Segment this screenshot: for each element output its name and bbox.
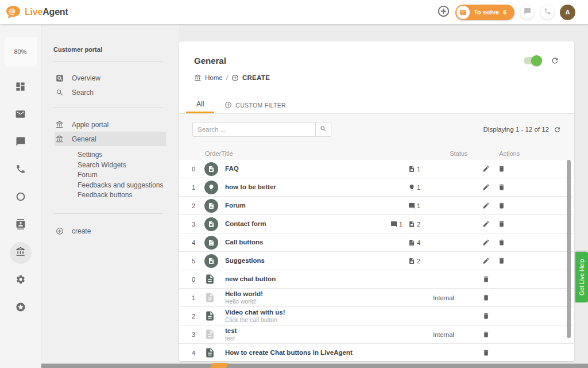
category-article-icon [204, 217, 218, 231]
category-article-icon [204, 254, 218, 268]
divider [53, 108, 163, 108]
rail-item-configuration[interactable] [10, 274, 32, 288]
table-row[interactable]: 0 new chat button [179, 270, 574, 289]
edit-button[interactable] [482, 183, 490, 191]
rail-item-starred[interactable] [10, 301, 32, 315]
chat-button[interactable] [520, 5, 535, 20]
breadcrumb-create[interactable]: CREATE [242, 74, 270, 81]
row-order: 0 [192, 276, 204, 283]
chat-bubble-icon [16, 136, 26, 149]
delete-button[interactable] [498, 257, 505, 264]
rail-item-calls[interactable] [10, 163, 32, 177]
sidebar-item-search-widgets[interactable]: Search Widgets [41, 160, 179, 171]
refresh-list-button[interactable] [554, 126, 561, 133]
row-title[interactable]: Forum [225, 202, 372, 209]
search-submit-button[interactable] [316, 122, 331, 137]
row-subtitle: Click the call button [225, 316, 372, 323]
sidebar-item-general[interactable]: General [55, 132, 166, 146]
get-live-help-button[interactable]: Get Live Help [575, 252, 588, 302]
sidebar-item-forum[interactable]: Forum [41, 170, 179, 181]
tab-all[interactable]: All [186, 97, 214, 113]
delete-button[interactable] [498, 202, 505, 209]
breadcrumb: Home / CREATE [194, 74, 559, 82]
phone-icon [16, 164, 26, 177]
row-title[interactable]: new chat button [225, 275, 372, 283]
sidebar-item-apple-portal[interactable]: Apple portal [41, 117, 179, 132]
table-row[interactable]: 2 Video chat with us! Click the call but… [179, 307, 574, 325]
sidebar-item-settings[interactable]: Settings [41, 150, 179, 160]
column-header-actions: Actions [488, 150, 561, 157]
sidebar-item-search[interactable]: Search [41, 85, 179, 99]
row-title[interactable]: Contact form [225, 220, 372, 228]
row-title[interactable]: Hello world! [225, 290, 372, 298]
badge-count: 1 [417, 202, 420, 209]
row-title[interactable]: How to create Chat buttons in LiveAgent [225, 349, 372, 356]
plus-circle-icon [437, 5, 450, 20]
delete-button[interactable] [482, 331, 490, 338]
row-title[interactable]: FAQ [225, 165, 372, 172]
delete-button[interactable] [482, 312, 490, 320]
row-title[interactable]: Call buttons [225, 239, 372, 246]
delete-button[interactable] [482, 349, 490, 356]
table-row[interactable]: 4 How to create Chat buttons in LiveAgen… [179, 344, 574, 361]
utilization-badge[interactable]: 80% [5, 37, 37, 67]
table-row[interactable]: 3 test test Internal [179, 325, 574, 344]
column-header-order: Order [205, 150, 221, 157]
comment-count-badge: 1 [390, 221, 403, 228]
tab-custom-filter[interactable]: CUSTOM FILTER [214, 97, 296, 113]
phone-icon [544, 7, 551, 17]
refresh-button[interactable] [551, 56, 559, 65]
delete-button[interactable] [498, 239, 505, 246]
sidebar-item-overview[interactable]: Overview [41, 71, 179, 85]
rail-item-customers[interactable] [10, 218, 32, 232]
edit-button[interactable] [482, 220, 490, 228]
rail-item-chats[interactable] [10, 136, 32, 150]
edit-button[interactable] [482, 202, 490, 209]
to-solve-button[interactable]: To solve 6 [455, 5, 514, 20]
table-row[interactable]: 1 how to be better 1 [179, 178, 574, 197]
table-row[interactable]: 4 Call buttons 4 [179, 233, 574, 252]
portal-enabled-toggle[interactable] [524, 57, 541, 64]
table-row[interactable]: 3 Contact form 1 2 [179, 215, 574, 233]
call-button[interactable] [540, 5, 555, 20]
table-scrollbar[interactable] [567, 160, 571, 338]
divider [53, 61, 163, 62]
rail-item-tickets[interactable] [10, 108, 32, 122]
delete-button[interactable] [498, 165, 505, 172]
row-title[interactable]: Video chat with us! [225, 309, 372, 316]
rail-item-social[interactable] [10, 191, 32, 205]
edit-button[interactable] [482, 239, 490, 246]
article-count-badge: 2 [408, 258, 420, 264]
row-title[interactable]: Suggestions [225, 257, 372, 264]
table-row[interactable]: 1 Hello world! Hello world! Internal [179, 289, 574, 307]
portal-bank-icon [56, 135, 64, 143]
rail-item-dashboard[interactable] [10, 80, 32, 94]
rail-item-customer-portal[interactable] [10, 242, 32, 264]
sidebar-item-feedback-buttons[interactable]: Feedback buttons [41, 190, 179, 201]
star-circle-icon [16, 302, 26, 315]
app-window: @ LiveAgent To solve 6 A 80% [0, 0, 588, 368]
row-title[interactable]: how to be better [225, 183, 372, 191]
add-new-button[interactable] [436, 5, 450, 19]
delete-button[interactable] [482, 294, 490, 301]
delete-button[interactable] [498, 220, 505, 228]
search-input[interactable] [192, 122, 316, 137]
breadcrumb-home[interactable]: Home [205, 74, 223, 81]
home-bank-icon [194, 74, 202, 82]
delete-button[interactable] [482, 275, 490, 283]
table-row[interactable]: 0 FAQ 1 [179, 160, 574, 178]
avatar-initial: A [566, 9, 570, 16]
row-order: 0 [192, 166, 204, 172]
table-row[interactable]: 2 Forum 1 [179, 197, 574, 215]
table-row[interactable]: 5 Suggestions 2 [179, 252, 574, 270]
badge-count: 2 [417, 221, 420, 228]
row-title[interactable]: test [225, 327, 372, 335]
sidebar-item-create[interactable]: create [41, 224, 179, 239]
edit-button[interactable] [482, 165, 490, 172]
brand-logo[interactable]: @ LiveAgent [6, 5, 68, 19]
sidebar-item-feedbacks-and-suggestions[interactable]: Feedbacks and suggestions [41, 181, 179, 191]
edit-button[interactable] [482, 257, 490, 264]
delete-button[interactable] [498, 183, 505, 191]
avatar[interactable]: A [560, 5, 575, 20]
tab-label: CUSTOM FILTER [235, 102, 286, 109]
